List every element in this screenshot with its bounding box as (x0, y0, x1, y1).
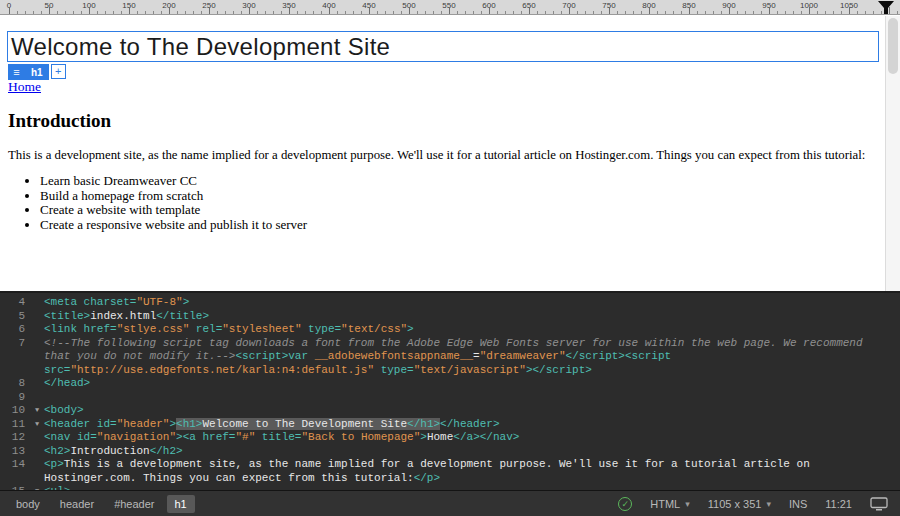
code-line[interactable]: 5<title>index.html</title> (0, 310, 900, 324)
code-line[interactable]: 4<meta charset="UTF-8"> (0, 296, 900, 310)
code-line[interactable]: 13<h2>Introduction</h2> (0, 445, 900, 459)
code-segment: <header id= (44, 418, 117, 430)
code-line[interactable]: 7<!--The following script tag downloads … (0, 337, 900, 378)
status-bar: bodyheader#headerh1 ✓ HTML ▾ 1105 x 351 … (0, 490, 900, 516)
doc-type-dropdown[interactable]: HTML ▾ (650, 498, 689, 510)
code-segment: </title> (156, 310, 209, 322)
code-segment: <body> (44, 404, 84, 416)
element-display-hud: ≡ h1 + (8, 64, 66, 80)
code-line[interactable]: 8</head> (0, 377, 900, 391)
bullet-item[interactable]: Create a website with template (40, 203, 307, 218)
code-segment: "stlye.css" (117, 323, 190, 335)
ruler-label: 1000 (800, 1, 818, 10)
ruler-label: 350 (282, 1, 295, 10)
code-line[interactable]: 9 (0, 391, 900, 405)
code-segment: "UTF-8" (136, 296, 182, 308)
fold-spacer (30, 391, 44, 405)
code-segment: "stylesheet" (222, 323, 301, 335)
code-segment: </nav> (480, 431, 520, 443)
fold-spacer (30, 310, 44, 324)
chevron-down-icon: ▾ (685, 499, 690, 509)
viewport-size-dropdown[interactable]: 1105 x 351 ▾ (708, 498, 771, 510)
line-number: 5 (0, 310, 30, 324)
cursor-position: 11:21 (825, 498, 852, 510)
code-segment: > (420, 431, 427, 443)
code-segment: <nav id= (44, 431, 97, 443)
code-segment: > (526, 364, 533, 376)
insert-mode-indicator[interactable]: INS (789, 498, 807, 510)
ruler-label: 400 (322, 1, 335, 10)
ruler-label: 700 (562, 1, 575, 10)
code-segment: <title> (44, 310, 90, 322)
code-segment: index.html (90, 310, 156, 322)
h1-text: Welcome to The Development Site (8, 33, 390, 61)
bullet-item[interactable]: Build a homepage from scratch (40, 189, 307, 204)
fold-spacer (30, 337, 44, 378)
home-link[interactable]: Home (8, 79, 41, 95)
tutorial-list: Learn basic Dreamweaver CCBuild a homepa… (8, 174, 307, 232)
design-scrollbar[interactable] (885, 16, 900, 291)
scrollbar-thumb[interactable] (888, 18, 898, 74)
bullet-item[interactable]: Create a responsive website and publish … (40, 218, 307, 233)
ruler-label: 600 (482, 1, 495, 10)
code-segment: rel= (189, 323, 222, 335)
code-text: <header id="header"><h1>Welcome to The D… (44, 418, 900, 432)
code-segment: "dreamweaver" (480, 350, 566, 362)
tag-selector-header[interactable]: #header (106, 495, 162, 513)
code-segment: "Back to Homepage" (301, 431, 420, 443)
ruler-label: 900 (722, 1, 735, 10)
code-line[interactable]: 6<link href="stlye.css" rel="stylesheet"… (0, 323, 900, 337)
intro-paragraph[interactable]: This is a development site, as the name … (8, 148, 898, 163)
line-number: 11 (0, 418, 30, 432)
design-view[interactable]: Welcome to The Development Site ≡ h1 + H… (0, 16, 900, 291)
code-line[interactable]: 12<nav id="navigation"><a href="#" title… (0, 431, 900, 445)
tag-selector-h1[interactable]: h1 (167, 495, 195, 513)
code-line[interactable]: 10▼<body> (0, 404, 900, 418)
ruler: 0501001502002503003504004505005506006507… (0, 0, 900, 15)
code-line[interactable]: 11▼<header id="header"><h1>Welcome to Th… (0, 418, 900, 432)
code-line[interactable]: 14<p>This is a development site, as the … (0, 458, 900, 485)
line-number: 6 (0, 323, 30, 337)
element-tag-badge[interactable]: h1 (25, 64, 49, 80)
element-menu-button[interactable]: ≡ (8, 64, 25, 80)
code-text (44, 391, 900, 405)
ruler-label: 450 (362, 1, 375, 10)
tag-selector-body[interactable]: body (8, 495, 48, 513)
code-segment: <script (625, 350, 678, 362)
fold-spacer (30, 458, 44, 485)
code-segment: <a href= (183, 431, 236, 443)
code-text: <p>This is a development site, as the na… (44, 458, 900, 485)
ruler-label: 300 (242, 1, 255, 10)
introduction-heading[interactable]: Introduction (8, 110, 111, 132)
code-segment: "http://use.edgefonts.net/karla:n4:defau… (70, 364, 374, 376)
code-segment: </head> (44, 377, 90, 389)
device-preview-icon[interactable] (870, 497, 888, 511)
code-segment: title= (255, 431, 301, 443)
lint-ok-icon[interactable]: ✓ (618, 497, 632, 511)
code-text: <title>index.html</title> (44, 310, 900, 324)
line-number: 14 (0, 458, 30, 485)
ruler-label: 500 (402, 1, 415, 10)
code-text: <body> (44, 404, 900, 418)
fold-arrow-icon[interactable]: ▼ (30, 418, 44, 432)
fold-spacer (30, 296, 44, 310)
tag-selector-header[interactable]: header (52, 495, 102, 513)
ruler-label: 50 (45, 1, 54, 10)
code-segment: </a> (453, 431, 479, 443)
bullet-item[interactable]: Learn basic Dreamweaver CC (40, 174, 307, 189)
fold-arrow-icon[interactable]: ▼ (30, 404, 44, 418)
check-icon: ✓ (622, 499, 630, 509)
code-lines: 4<meta charset="UTF-8">5<title>index.htm… (0, 296, 900, 490)
code-segment: = (473, 350, 480, 362)
ruler-label: 650 (522, 1, 535, 10)
fold-spacer (30, 445, 44, 459)
code-view[interactable]: 4<meta charset="UTF-8">5<title>index.htm… (0, 291, 900, 490)
code-segment: <link href= (44, 323, 117, 335)
hamburger-icon: ≡ (13, 66, 19, 78)
ruler-label: 850 (682, 1, 695, 10)
add-element-button[interactable]: + (51, 64, 66, 79)
code-segment: </h1> (407, 418, 440, 430)
selected-h1-element[interactable]: Welcome to The Development Site (7, 31, 879, 62)
line-number: 12 (0, 431, 30, 445)
line-number: 4 (0, 296, 30, 310)
